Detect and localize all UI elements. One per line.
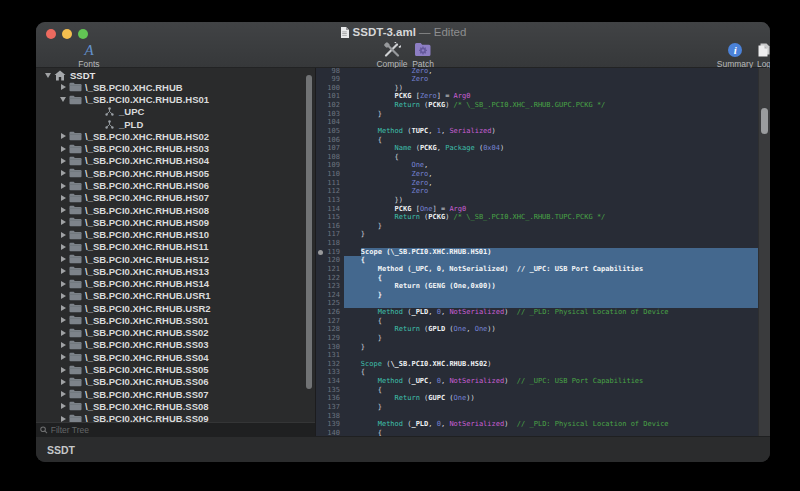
code-line[interactable]: 112 Zero xyxy=(316,187,759,196)
title-bar[interactable]: SSDT-3.aml — Edited xyxy=(36,22,770,40)
disclosure-collapsed-icon[interactable] xyxy=(58,281,68,287)
tree-item[interactable]: \_SB.PCI0.XHC.RHUB.SS06 xyxy=(36,376,315,388)
disclosure-collapsed-icon[interactable] xyxy=(58,158,68,164)
disclosure-collapsed-icon[interactable] xyxy=(58,317,68,323)
tree-item[interactable]: \_SB.PCI0.XHC.RHUB xyxy=(36,81,315,93)
code-line[interactable]: 117 } xyxy=(316,230,759,239)
code-line[interactable]: 135 { xyxy=(316,386,759,395)
disclosure-collapsed-icon[interactable] xyxy=(58,293,68,299)
disclosure-collapsed-icon[interactable] xyxy=(58,170,68,176)
tree-item[interactable]: \_SB.PCI0.XHC.RHUB.HS14 xyxy=(36,278,315,290)
tree-item[interactable]: \_SB.PCI0.XHC.RHUB.SS09 xyxy=(36,412,315,422)
code-line[interactable]: 127 { xyxy=(316,317,759,326)
code-line[interactable]: 132 Scope (\_SB.PCI0.XHC.RHUB.HS02) xyxy=(316,360,759,369)
code-line[interactable]: 139 Method (_PLD, 0, NotSerialized) // _… xyxy=(316,420,759,429)
code-line[interactable]: 106 { xyxy=(316,136,759,145)
patch-button[interactable]: Patch xyxy=(408,42,438,69)
log-button[interactable]: Log xyxy=(752,42,770,69)
disclosure-collapsed-icon[interactable] xyxy=(58,416,68,422)
disclosure-collapsed-icon[interactable] xyxy=(58,195,68,201)
code-line[interactable]: 134 Method (_UPC, 0, NotSerialized) // _… xyxy=(316,377,759,386)
code-line[interactable]: 124 } xyxy=(316,291,759,300)
acpi-tree[interactable]: SSDT\_SB.PCI0.XHC.RHUB\_SB.PCI0.XHC.RHUB… xyxy=(36,68,315,422)
disclosure-collapsed-icon[interactable] xyxy=(58,342,68,348)
tree-item[interactable]: \_SB.PCI0.XHC.RHUB.HS05 xyxy=(36,167,315,179)
code-line[interactable]: 131 xyxy=(316,351,759,360)
tree-item[interactable]: \_SB.PCI0.XHC.RHUB.HS01 xyxy=(36,94,315,106)
tree-item[interactable]: \_SB.PCI0.XHC.RHUB.SS05 xyxy=(36,363,315,375)
tree-item[interactable]: \_SB.PCI0.XHC.RHUB.HS10 xyxy=(36,228,315,240)
code-line[interactable]: 130 } xyxy=(316,343,759,352)
code-line[interactable]: 104 xyxy=(316,118,759,127)
tree-item[interactable]: _UPC xyxy=(36,106,315,118)
disclosure-collapsed-icon[interactable] xyxy=(58,146,68,152)
tree-item[interactable]: \_SB.PCI0.XHC.RHUB.HS07 xyxy=(36,192,315,204)
disclosure-collapsed-icon[interactable] xyxy=(58,403,68,409)
code-line[interactable]: 109 One, xyxy=(316,161,759,170)
code-line[interactable]: 110 Zero, xyxy=(316,170,759,179)
code-line[interactable]: 108 { xyxy=(316,153,759,162)
compile-button[interactable]: Compile xyxy=(374,42,410,69)
tree-item[interactable]: \_SB.PCI0.XHC.RHUB.SS01 xyxy=(36,314,315,326)
disclosure-collapsed-icon[interactable] xyxy=(58,354,68,360)
disclosure-collapsed-icon[interactable] xyxy=(58,84,68,90)
tree-item[interactable]: \_SB.PCI0.XHC.RHUB.HS04 xyxy=(36,155,315,167)
tree-item[interactable]: \_SB.PCI0.XHC.RHUB.HS03 xyxy=(36,143,315,155)
code-line[interactable]: 138 xyxy=(316,412,759,421)
code-line[interactable]: 121 Method (_UPC, 0, NotSerialized) // _… xyxy=(316,265,759,274)
disclosure-expanded-icon[interactable] xyxy=(58,97,68,102)
code-line[interactable]: 100 }) xyxy=(316,84,759,93)
code-line[interactable]: 123 Return (GENG (One,0x00)) xyxy=(316,282,759,291)
code-line[interactable]: 114 PCKG [One] = Arg0 xyxy=(316,205,759,214)
tree-item[interactable]: \_SB.PCI0.XHC.RHUB.USR1 xyxy=(36,290,315,302)
editor-scrollbar-thumb[interactable] xyxy=(761,108,768,134)
code-line[interactable]: 111 Zero, xyxy=(316,179,759,188)
code-line[interactable]: 126 Method (_PLD, 0, NotSerialized) // _… xyxy=(316,308,759,317)
tree-item[interactable]: \_SB.PCI0.XHC.RHUB.HS09 xyxy=(36,216,315,228)
disclosure-collapsed-icon[interactable] xyxy=(58,379,68,385)
tree-item[interactable]: \_SB.PCI0.XHC.RHUB.SS07 xyxy=(36,388,315,400)
tree-item[interactable]: \_SB.PCI0.XHC.RHUB.HS06 xyxy=(36,179,315,191)
disclosure-collapsed-icon[interactable] xyxy=(58,219,68,225)
code-line[interactable]: 105 Method (TUPC, 1, Serialized) xyxy=(316,127,759,136)
disclosure-collapsed-icon[interactable] xyxy=(58,133,68,139)
filter-tree-input[interactable] xyxy=(48,425,311,435)
code-line[interactable]: 113 }) xyxy=(316,196,759,205)
code-line[interactable]: 118 xyxy=(316,239,759,248)
disclosure-collapsed-icon[interactable] xyxy=(58,305,68,311)
tree-item[interactable]: \_SB.PCI0.XHC.RHUB.HS13 xyxy=(36,265,315,277)
tree-item[interactable]: _PLD xyxy=(36,118,315,130)
fonts-button[interactable]: A Fonts xyxy=(74,42,104,69)
code-line[interactable]: 128 Return (GPLD (One, One)) xyxy=(316,325,759,334)
disclosure-collapsed-icon[interactable] xyxy=(58,268,68,274)
code-line[interactable]: 133 { xyxy=(316,368,759,377)
code-line[interactable]: 122 { xyxy=(316,274,759,283)
disclosure-collapsed-icon[interactable] xyxy=(58,244,68,250)
tree-item[interactable]: SSDT xyxy=(36,69,315,81)
code-line[interactable]: 136 Return (GUPC (One)) xyxy=(316,394,759,403)
disclosure-collapsed-icon[interactable] xyxy=(58,256,68,262)
code-line[interactable]: 120 { xyxy=(316,256,759,265)
disclosure-collapsed-icon[interactable] xyxy=(58,391,68,397)
code-line[interactable]: 115 Return (PCKG) /* \_SB_.PCI0.XHC_.RHU… xyxy=(316,213,759,222)
tree-item[interactable]: \_SB.PCI0.XHC.RHUB.HS11 xyxy=(36,241,315,253)
summary-button[interactable]: i Summary xyxy=(714,42,756,69)
tree-item[interactable]: \_SB.PCI0.XHC.RHUB.USR2 xyxy=(36,302,315,314)
code-line[interactable]: 129 } xyxy=(316,334,759,343)
code-line[interactable]: 98 Zero, xyxy=(316,68,759,75)
tree-item[interactable]: \_SB.PCI0.XHC.RHUB.HS12 xyxy=(36,253,315,265)
code-line[interactable]: 103 } xyxy=(316,110,759,119)
tree-item[interactable]: \_SB.PCI0.XHC.RHUB.HS08 xyxy=(36,204,315,216)
tree-item[interactable]: \_SB.PCI0.XHC.RHUB.SS08 xyxy=(36,400,315,412)
tree-item[interactable]: \_SB.PCI0.XHC.RHUB.SS04 xyxy=(36,351,315,363)
code-line[interactable]: 140 { xyxy=(316,429,759,436)
tree-item[interactable]: \_SB.PCI0.XHC.RHUB.SS03 xyxy=(36,339,315,351)
sidebar-scrollbar-thumb[interactable] xyxy=(306,75,312,389)
disclosure-collapsed-icon[interactable] xyxy=(58,183,68,189)
code-line[interactable]: 119 Scope (\_SB.PCI0.XHC.RHUB.HS01) xyxy=(316,248,759,257)
editor-scrollbar-track[interactable] xyxy=(758,68,770,436)
disclosure-collapsed-icon[interactable] xyxy=(58,330,68,336)
code-line[interactable]: 125 xyxy=(316,299,759,308)
code-editor[interactable]: 98 Zero,99 Zero100 })101 PCKG [Zero] = A… xyxy=(315,68,770,436)
code-line[interactable]: 102 Return (PCKG) /* \_SB_.PCI0.XHC_.RHU… xyxy=(316,101,759,110)
